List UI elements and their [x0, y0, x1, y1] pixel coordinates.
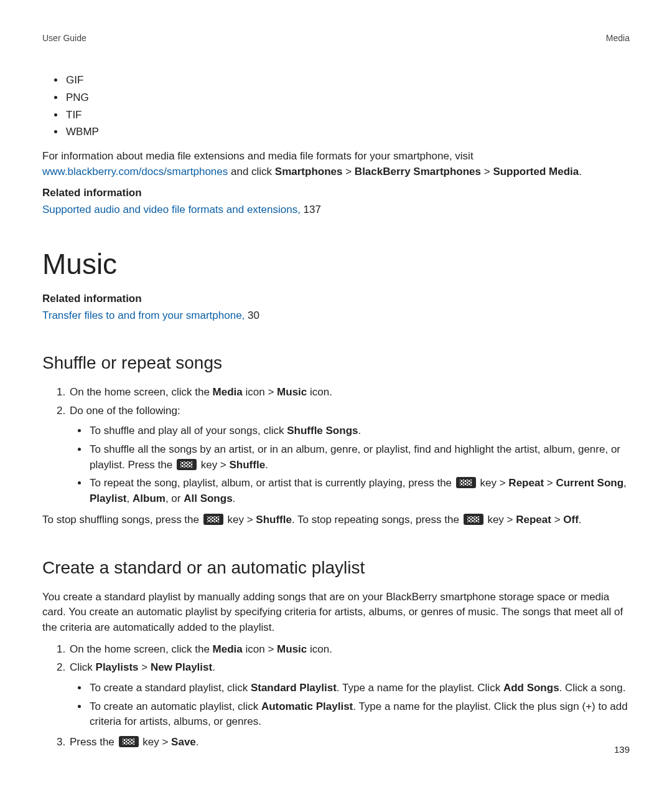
blackberry-key-icon: [119, 736, 139, 747]
list-item: To shuffle all the songs by an artist, o…: [88, 442, 630, 473]
blackberry-key-icon: [177, 459, 197, 470]
list-item: To create a standard playlist, click Sta…: [88, 681, 630, 696]
list-item: To create an automatic playlist, click A…: [88, 699, 630, 730]
step-item: Click Playlists > New Playlist. To creat…: [68, 660, 630, 730]
list-item: To shuffle and play all of your songs, c…: [88, 423, 630, 439]
step-item: On the home screen, click the Media icon…: [68, 385, 630, 400]
header-left: User Guide: [42, 32, 86, 44]
header-right: Media: [606, 32, 630, 44]
list-item: GIF: [65, 73, 630, 88]
list-item: WBMP: [65, 125, 630, 140]
list-item: TIF: [65, 108, 630, 123]
related-link[interactable]: Transfer files to and from your smartpho…: [42, 309, 245, 321]
subsection-shuffle: Shuffle or repeat songs: [42, 351, 630, 376]
subsection-playlist: Create a standard or an automatic playli…: [42, 555, 630, 581]
section-heading-music: Music: [42, 243, 630, 285]
related-info-line: Transfer files to and from your smartpho…: [42, 308, 630, 324]
step-item: On the home screen, click the Media icon…: [68, 642, 630, 658]
playlist-intro: You create a standard playlist by manual…: [42, 590, 630, 636]
playlist-options: To create a standard playlist, click Sta…: [70, 681, 630, 730]
intro-para: For information about media file extensi…: [42, 149, 630, 179]
playlist-steps: On the home screen, click the Media icon…: [42, 642, 630, 750]
blackberry-key-icon: [456, 477, 476, 488]
shuffle-options: To shuffle and play all of your songs, c…: [70, 423, 630, 506]
related-link[interactable]: Supported audio and video file formats a…: [42, 204, 301, 215]
format-list: GIF PNG TIF WBMP: [42, 73, 630, 140]
list-item: To repeat the song, playlist, album, or …: [88, 476, 630, 506]
stop-para: To stop shuffling songs, press the key >…: [42, 512, 630, 528]
shuffle-steps: On the home screen, click the Media icon…: [42, 385, 630, 506]
running-header: User Guide Media: [42, 32, 630, 44]
blackberry-key-icon: [464, 514, 483, 525]
blackberry-key-icon: [203, 514, 223, 525]
docs-link[interactable]: www.blackberry.com/docs/smartphones: [42, 166, 228, 177]
step-item: Press the key > Save.: [68, 735, 630, 750]
related-info-heading: Related information: [42, 186, 630, 201]
list-item: PNG: [65, 90, 630, 106]
related-info-heading: Related information: [42, 291, 630, 307]
related-info-line: Supported audio and video file formats a…: [42, 202, 630, 218]
step-item: Do one of the following: To shuffle and …: [68, 404, 630, 507]
page-number: 139: [614, 743, 630, 757]
